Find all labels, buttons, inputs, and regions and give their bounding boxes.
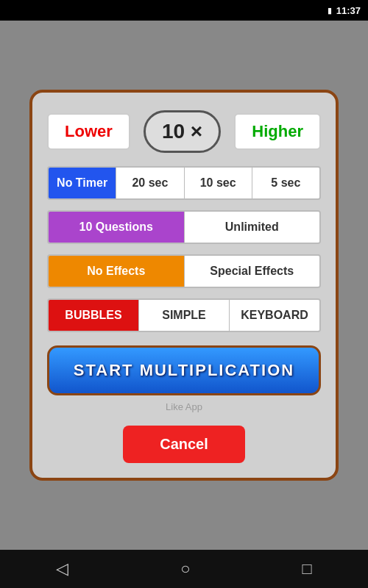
- effects-option-group: No Effects Special Effects: [47, 254, 321, 288]
- dialog-card: Lower 10 × Higher No Timer 20 sec 10 sec…: [29, 90, 339, 481]
- display-simple[interactable]: SIMPLE: [139, 300, 230, 331]
- top-row: Lower 10 × Higher: [47, 110, 321, 153]
- nav-back-icon[interactable]: ◁: [56, 559, 68, 578]
- nav-bar: ◁ ○ □: [0, 550, 368, 588]
- battery-icon: ▮: [328, 6, 332, 15]
- timer-10sec[interactable]: 10 sec: [185, 168, 252, 198]
- questions-option-group: 10 Questions Unlimited: [47, 210, 321, 244]
- multiplier-symbol: ×: [191, 120, 202, 143]
- status-icons: ▮: [328, 6, 332, 15]
- timer-no-timer[interactable]: No Timer: [49, 168, 116, 198]
- multiplier-display: 10 ×: [144, 110, 221, 153]
- timer-20sec[interactable]: 20 sec: [116, 168, 184, 198]
- display-bubbles[interactable]: BUBBLES: [49, 300, 139, 331]
- status-time: 11:37: [336, 5, 361, 16]
- multiplier-value: 10: [162, 120, 185, 143]
- start-button[interactable]: START MULTIPLICATION: [47, 345, 321, 395]
- timer-5sec[interactable]: 5 sec: [252, 168, 319, 198]
- nav-home-icon[interactable]: ○: [180, 559, 190, 578]
- status-bar: ▮ 11:37: [0, 0, 368, 21]
- display-keyboard[interactable]: KEYBOARD: [230, 300, 319, 331]
- lower-button[interactable]: Lower: [47, 113, 130, 150]
- timer-option-group: No Timer 20 sec 10 sec 5 sec: [47, 166, 321, 200]
- nav-recent-icon[interactable]: □: [302, 559, 312, 578]
- effects-special[interactable]: Special Effects: [185, 256, 320, 287]
- questions-unlimited[interactable]: Unlimited: [185, 212, 320, 243]
- display-option-group: BUBBLES SIMPLE KEYBOARD: [47, 298, 321, 332]
- cancel-button[interactable]: Cancel: [123, 426, 245, 463]
- like-app-text: Like App: [166, 401, 202, 412]
- screen-background: Lower 10 × Higher No Timer 20 sec 10 sec…: [0, 21, 368, 550]
- higher-button[interactable]: Higher: [234, 113, 321, 150]
- questions-10[interactable]: 10 Questions: [49, 212, 185, 243]
- effects-none[interactable]: No Effects: [49, 256, 185, 287]
